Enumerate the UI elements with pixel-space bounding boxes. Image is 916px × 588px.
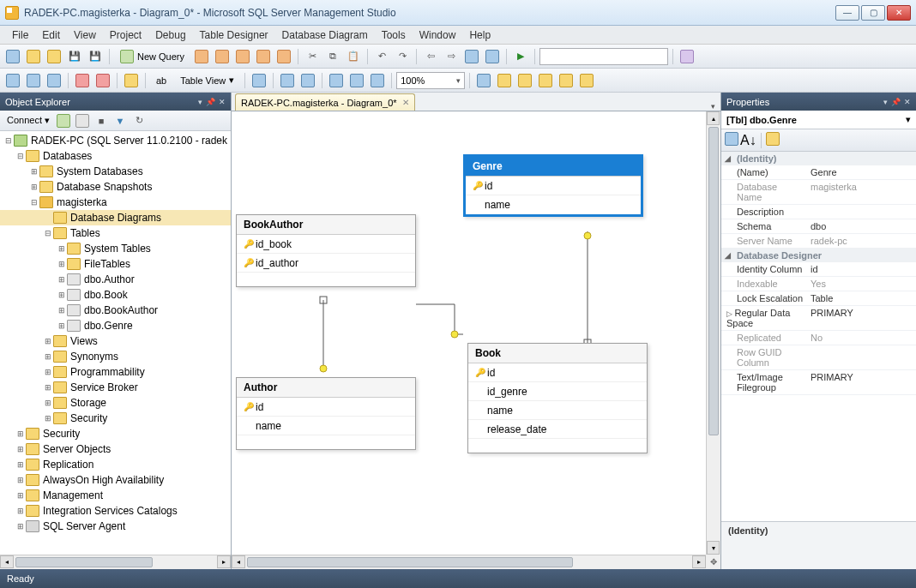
tree-db-magisterka[interactable]: ⊟magisterka — [0, 195, 231, 210]
table-header[interactable]: Genre — [466, 157, 641, 177]
tree-table-author[interactable]: ⊞dbo.Author — [0, 272, 231, 287]
tree-tables-node[interactable]: ⊟Tables — [0, 225, 231, 241]
save-all-icon[interactable]: 💾 — [86, 47, 105, 66]
recalc-page-breaks-icon[interactable] — [298, 71, 317, 90]
panel-pin-icon[interactable]: 📌 — [206, 98, 215, 106]
menu-project[interactable]: Project — [103, 27, 148, 43]
generate-script-icon[interactable] — [122, 71, 141, 90]
check-constraints-icon[interactable] — [557, 71, 576, 90]
tree-table-bookauthor[interactable]: ⊞dbo.BookAuthor — [0, 303, 231, 318]
menu-help[interactable]: Help — [462, 27, 497, 43]
table-header[interactable]: BookAuthor — [237, 215, 415, 235]
nav-back-icon[interactable]: ⇦ — [421, 47, 440, 66]
scroll-left-icon[interactable]: ◂ — [232, 555, 245, 568]
menu-debug[interactable]: Debug — [148, 27, 192, 43]
scroll-down-icon[interactable]: ▾ — [707, 541, 720, 555]
tree-replication-node[interactable]: ⊞Replication — [0, 457, 231, 472]
menu-edit[interactable]: Edit — [35, 27, 67, 43]
diagram-canvas[interactable]: Genre 🔑id name BookAuthor 🔑id_book 🔑id_a… — [232, 111, 720, 569]
save-icon[interactable]: 💾 — [65, 47, 84, 66]
scroll-thumb[interactable] — [247, 557, 573, 567]
view-page-breaks-icon[interactable] — [278, 71, 297, 90]
table-genre[interactable]: Genre 🔑id name — [463, 154, 643, 217]
tree-security-node[interactable]: ⊞Security — [0, 426, 231, 441]
tree-storage-node[interactable]: ⊞Storage — [0, 395, 231, 411]
scroll-right-icon[interactable]: ▸ — [217, 555, 231, 568]
object-explorer-hscroll[interactable]: ◂ ▸ — [0, 555, 231, 569]
tree-sysdb-node[interactable]: ⊞System Databases — [0, 164, 231, 179]
new-project-icon[interactable] — [3, 47, 22, 66]
canvas-vscroll[interactable]: ▴ ▾ — [706, 111, 720, 555]
db-engine-query-icon[interactable] — [192, 47, 211, 66]
property-pages-icon[interactable] — [766, 132, 780, 149]
xmla-query-icon[interactable] — [274, 47, 293, 66]
manage-indexes-icon[interactable] — [495, 71, 514, 90]
scroll-thumb[interactable] — [708, 127, 719, 435]
tree-programmability-node[interactable]: ⊞Programmability — [0, 364, 231, 380]
filter-icon[interactable]: ▼ — [111, 112, 129, 129]
scroll-up-icon[interactable]: ▴ — [707, 111, 720, 125]
menu-window[interactable]: Window — [413, 27, 463, 43]
new-query-button[interactable]: New Query — [114, 47, 190, 66]
menu-database-diagram[interactable]: Database Diagram — [275, 27, 375, 43]
panel-close-icon[interactable]: ✕ — [904, 98, 911, 106]
add-table-icon[interactable] — [24, 71, 43, 90]
properties-grid[interactable]: ◢(Identity) (Name)Genre Database Namemag… — [721, 152, 916, 521]
close-button[interactable]: ✕ — [887, 5, 911, 21]
find-combo[interactable] — [539, 48, 668, 65]
categorized-view-icon[interactable] — [725, 132, 738, 149]
prop-category-dbdesigner[interactable]: ◢Database Designer — [721, 249, 916, 262]
activity-monitor-icon[interactable] — [678, 47, 696, 66]
tree-serverobjects-node[interactable]: ⊞Server Objects — [0, 441, 231, 457]
table-author[interactable]: Author 🔑id name — [236, 377, 416, 450]
mdx-query-icon[interactable] — [233, 47, 252, 66]
fulltext-index-icon[interactable] — [515, 71, 534, 90]
connect-dropdown[interactable]: Connect ▾ — [3, 115, 53, 126]
minimize-button[interactable]: — — [835, 5, 859, 21]
tree-systables-node[interactable]: ⊞System Tables — [0, 241, 231, 256]
panel-dropdown-icon[interactable]: ▾ — [883, 98, 888, 106]
tree-views-node[interactable]: ⊞Views — [0, 333, 231, 349]
table-book[interactable]: Book 🔑id id_genre name release_date — [467, 343, 648, 453]
nav-home-icon[interactable] — [483, 47, 502, 66]
scroll-left-icon[interactable]: ◂ — [0, 555, 14, 568]
tab-overflow-icon[interactable]: ▾ — [711, 102, 715, 111]
tree-server-node[interactable]: ⊟RADEK-PC (SQL Server 11.0.2100 - radek — [0, 133, 231, 148]
nav-dropdown-icon[interactable] — [462, 47, 481, 66]
object-explorer-tree[interactable]: ⊟RADEK-PC (SQL Server 11.0.2100 - radek … — [0, 131, 231, 555]
connect-oe-icon[interactable] — [55, 112, 72, 129]
maximize-button[interactable]: ▢ — [861, 5, 885, 21]
tree-servicebroker-node[interactable]: ⊞Service Broker — [0, 380, 231, 395]
paste-icon[interactable]: 📋 — [344, 47, 363, 66]
tree-isc-node[interactable]: ⊞Integration Services Catalogs — [0, 503, 231, 519]
menu-table-designer[interactable]: Table Designer — [193, 27, 275, 43]
xml-index-icon[interactable] — [536, 71, 555, 90]
as-query-icon[interactable] — [213, 47, 232, 66]
delete-from-db-icon[interactable] — [73, 71, 92, 90]
copy-icon[interactable]: ⧉ — [323, 47, 342, 66]
remove-from-diagram-icon[interactable] — [93, 71, 112, 90]
tree-agent-node[interactable]: ⊞SQL Server Agent — [0, 519, 231, 534]
nav-fwd-icon[interactable]: ⇨ — [442, 47, 461, 66]
menu-tools[interactable]: Tools — [375, 27, 413, 43]
tree-databases-node[interactable]: ⊟Databases — [0, 148, 231, 164]
tree-synonyms-node[interactable]: ⊞Synonyms — [0, 349, 231, 364]
table-view-dropdown[interactable]: Table View ▾ — [174, 71, 240, 90]
tree-table-book[interactable]: ⊞dbo.Book — [0, 287, 231, 303]
start-debug-icon[interactable]: ▶ — [511, 47, 530, 66]
autosize-icon[interactable] — [327, 71, 346, 90]
tree-filetables-node[interactable]: ⊞FileTables — [0, 256, 231, 272]
new-file-icon[interactable] — [24, 47, 43, 66]
prop-row-regdata[interactable]: ▷ Regular Data SpacePRIMARY — [721, 306, 916, 331]
tree-security-db-node[interactable]: ⊞Security — [0, 411, 231, 426]
spatial-index-icon[interactable] — [577, 71, 596, 90]
properties-object-selector[interactable]: [Tbl] dbo.Genre ▾ — [721, 111, 916, 129]
table-header[interactable]: Author — [237, 378, 415, 398]
disconnect-icon[interactable] — [74, 112, 91, 129]
undo-icon[interactable]: ↶ — [372, 47, 391, 66]
refresh-icon[interactable]: ↻ — [130, 112, 148, 129]
scroll-right-icon[interactable]: ▸ — [692, 555, 706, 568]
tree-alwayson-node[interactable]: ⊞AlwaysOn High Availability — [0, 472, 231, 488]
panel-pin-icon[interactable]: 📌 — [891, 98, 901, 106]
menu-view[interactable]: View — [67, 27, 103, 43]
